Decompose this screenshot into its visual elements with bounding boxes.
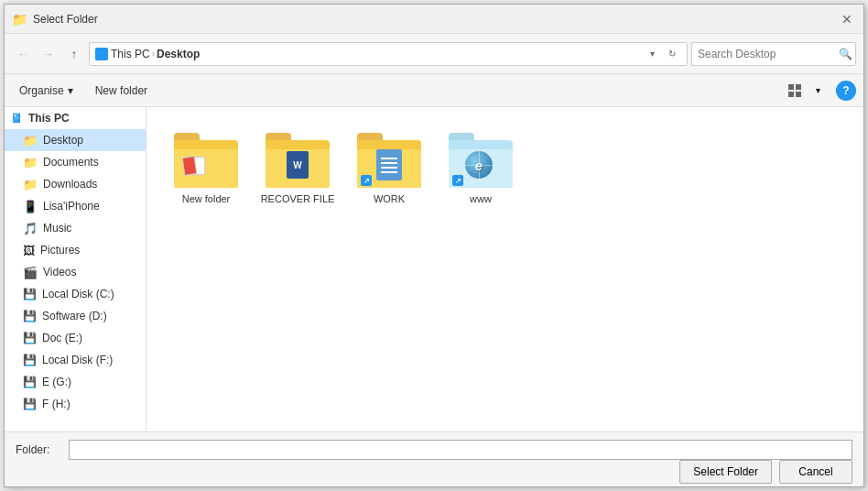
drive-icon: 💾 (23, 398, 37, 410)
breadcrumb-sep1: › (152, 49, 155, 59)
pc-icon (95, 48, 108, 60)
drive-icon: 💾 (23, 288, 37, 300)
address-dropdown-button[interactable]: ▾ (643, 44, 661, 64)
breadcrumb-desktop-label: Desktop (157, 48, 200, 60)
organise-label: Organise (19, 84, 64, 97)
sidebar-item-desktop[interactable]: 📁 Desktop (5, 129, 146, 151)
select-folder-button[interactable]: Select Folder (679, 460, 772, 484)
breadcrumb-pc: This PC (95, 48, 150, 60)
sidebar-item-f-drive[interactable]: 💾 Local Disk (F:) (5, 349, 146, 371)
address-bar[interactable]: This PC › Desktop ▾ ↻ (89, 42, 688, 66)
sidebar: 🖥 This PC 📁 Desktop 📁 Documents 📁 Downlo… (5, 107, 146, 431)
button-row: Select Folder Cancel (16, 460, 852, 484)
file-name: RECOVER FILE (261, 193, 335, 204)
sidebar-label-f: Local Disk (F:) (42, 354, 113, 366)
cancel-button[interactable]: Cancel (779, 460, 852, 484)
dialog-title-icon: 📁 (12, 12, 27, 27)
content-area: 🖥 This PC 📁 Desktop 📁 Documents 📁 Downlo… (5, 107, 863, 431)
search-icon: 🔍 (839, 48, 852, 60)
sidebar-item-e-drive[interactable]: 💾 Doc (E:) (5, 327, 146, 349)
music-icon: 🎵 (23, 222, 38, 235)
breadcrumb-desktop: Desktop (157, 48, 200, 60)
folder-label: Folder: (16, 443, 61, 456)
sidebar-item-music[interactable]: 🎵 Music (5, 217, 146, 239)
pictures-icon: 🖼 (23, 244, 35, 257)
search-input[interactable] (698, 48, 835, 60)
sidebar-item-iphone[interactable]: 📱 Lisa'iPhone (5, 195, 146, 217)
drive-icon: 💾 (23, 354, 37, 366)
sidebar-item-c-drive[interactable]: 💾 Local Disk (C:) (5, 283, 146, 305)
folder-new-icon (174, 133, 238, 188)
close-button[interactable]: ✕ (838, 10, 856, 28)
drive-icon: 💾 (23, 332, 37, 344)
sidebar-item-downloads[interactable]: 📁 Downloads (5, 173, 146, 195)
list-item[interactable]: New folder (165, 125, 247, 212)
file-list: New folder W RECOVER FILE (146, 107, 863, 431)
pc-icon: 🖥 (10, 111, 23, 125)
help-label: ? (842, 84, 849, 97)
folder-recover-icon: W (266, 133, 330, 188)
sidebar-label-videos: Videos (43, 266, 76, 278)
folder-www-icon: e ↗ (449, 133, 513, 188)
action-toolbar: Organise ▾ New folder ▾ ? (5, 74, 863, 107)
nav-toolbar: ← → ↑ This PC › Desktop ▾ ↻ (5, 34, 863, 74)
sidebar-item-documents[interactable]: 📁 Documents (5, 151, 146, 173)
drive-icon: 💾 (23, 310, 37, 322)
sidebar-label-downloads: Downloads (43, 178, 97, 191)
sidebar-label-d: Software (D:) (42, 310, 107, 322)
sidebar-label-g: E (G:) (42, 376, 71, 388)
refresh-button[interactable]: ↻ (663, 44, 681, 64)
view-dropdown-button[interactable]: ▾ (807, 80, 829, 102)
organise-button[interactable]: Organise ▾ (12, 82, 81, 100)
svg-rect-3 (796, 92, 801, 97)
address-controls: ▾ ↻ (643, 44, 681, 64)
folder-icon: 📁 (23, 178, 38, 191)
title-bar-left: 📁 Select Folder (12, 12, 98, 27)
sidebar-item-this-pc[interactable]: 🖥 This PC (5, 107, 146, 129)
new-folder-label: New folder (95, 84, 147, 97)
folder-work-icon: ↗ (357, 133, 421, 188)
drive-icon: 💾 (23, 376, 37, 388)
videos-icon: 🎬 (23, 266, 38, 279)
sidebar-item-pictures[interactable]: 🖼 Pictures (5, 239, 146, 261)
breadcrumb-pc-label: This PC (111, 48, 150, 60)
search-box: 🔍 (691, 42, 856, 66)
file-name: www (470, 193, 492, 204)
list-item[interactable]: e ↗ www (439, 125, 522, 212)
sidebar-label-c: Local Disk (C:) (42, 288, 114, 300)
list-item[interactable]: ↗ WORK (348, 125, 430, 212)
help-button[interactable]: ? (836, 81, 856, 101)
svg-rect-1 (796, 84, 801, 90)
folder-input-row: Folder: (16, 440, 852, 460)
phone-icon: 📱 (23, 200, 38, 213)
view-icon-button[interactable] (784, 80, 806, 102)
forward-button[interactable]: → (38, 43, 60, 65)
file-name: WORK (374, 193, 405, 204)
folder-icon: 📁 (23, 156, 38, 169)
sidebar-label-this-pc: This PC (28, 112, 70, 125)
sidebar-item-g-drive[interactable]: 💾 E (G:) (5, 371, 146, 393)
sidebar-label-music: Music (43, 222, 71, 235)
new-folder-button[interactable]: New folder (88, 82, 155, 100)
view-grid-icon (787, 83, 802, 98)
list-item[interactable]: W RECOVER FILE (256, 125, 339, 212)
sidebar-label-documents: Documents (43, 156, 99, 169)
select-folder-dialog: 📁 Select Folder ✕ ← → ↑ This PC › Deskto… (4, 4, 864, 487)
sidebar-label-pictures: Pictures (40, 244, 80, 256)
sidebar-item-h-drive[interactable]: 💾 F (H:) (5, 393, 146, 415)
breadcrumb: This PC › Desktop (95, 48, 200, 60)
sidebar-label-iphone: Lisa'iPhone (43, 200, 100, 213)
title-bar: 📁 Select Folder ✕ (5, 5, 863, 34)
sidebar-label-desktop: Desktop (43, 134, 83, 147)
up-button[interactable]: ↑ (63, 43, 85, 65)
folder-input[interactable] (69, 440, 852, 460)
svg-rect-2 (788, 92, 794, 97)
organise-chevron: ▾ (68, 84, 73, 97)
svg-rect-0 (788, 84, 794, 90)
sidebar-label-e: Doc (E:) (42, 332, 82, 344)
sidebar-item-videos[interactable]: 🎬 Videos (5, 261, 146, 283)
view-controls: ▾ (784, 80, 829, 102)
sidebar-item-d-drive[interactable]: 💾 Software (D:) (5, 305, 146, 327)
dialog-title: Select Folder (33, 13, 98, 26)
back-button[interactable]: ← (12, 43, 34, 65)
